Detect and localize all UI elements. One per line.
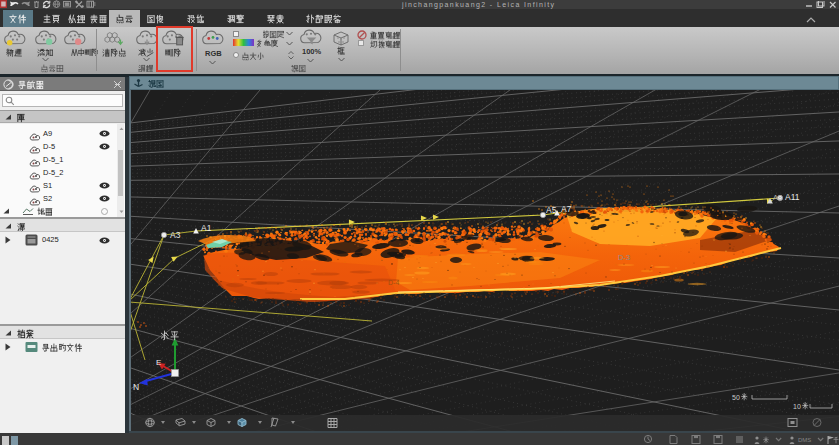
svg-text:E: E [156,358,161,367]
svg-text:N: N [133,382,139,392]
svg-text:50: 50 [732,394,740,401]
svg-text:A1: A1 [201,223,212,233]
svg-text:A11: A11 [785,192,800,202]
svg-text:A5: A5 [546,205,557,215]
svg-text:10: 10 [793,403,801,410]
svg-text:A3: A3 [170,230,181,240]
svg-text:DMS: DMS [798,437,811,443]
svg-text:A7: A7 [561,204,572,214]
svg-text:A8: A8 [773,193,782,202]
svg-text:D-3: D-3 [618,253,630,262]
svg-text:D-4: D-4 [388,279,399,286]
